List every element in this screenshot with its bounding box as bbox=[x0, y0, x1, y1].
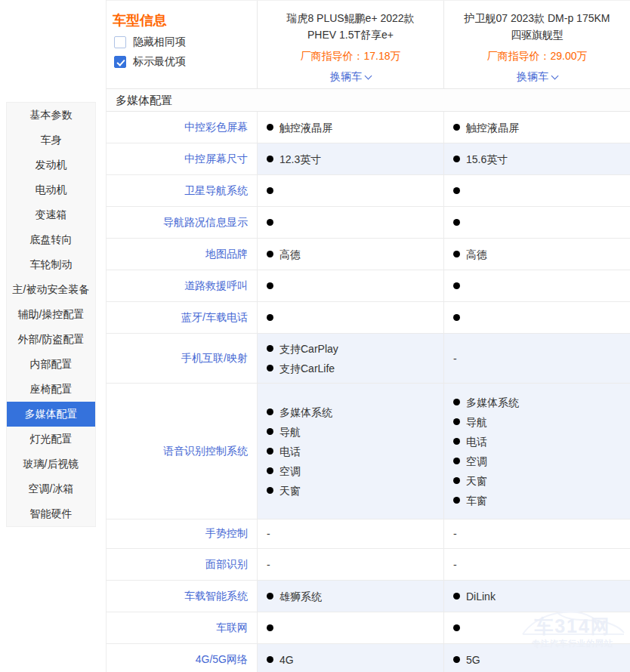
feature-text: 多媒体系统 bbox=[466, 393, 519, 412]
value-cell bbox=[443, 302, 630, 333]
sidebar-item[interactable]: 多媒体配置 bbox=[7, 402, 95, 427]
sidebar-item[interactable]: 基本参数 bbox=[7, 103, 95, 128]
checkbox-label: 标示最优项 bbox=[133, 55, 186, 69]
feature-item: 导航 bbox=[267, 422, 440, 442]
feature-item: 触控液晶屏 bbox=[453, 118, 627, 137]
feature-dot-icon bbox=[267, 448, 273, 455]
sidebar-item[interactable]: 外部/防盗配置 bbox=[7, 327, 95, 352]
feature-dot-icon bbox=[267, 624, 273, 631]
feature-item bbox=[453, 624, 627, 631]
feature-dot-icon bbox=[453, 251, 460, 257]
sidebar-item[interactable]: 辅助/操控配置 bbox=[7, 302, 95, 327]
row-label-link[interactable]: 车联网 bbox=[216, 621, 248, 635]
value-cell: 多媒体系统导航电话空调天窗 bbox=[257, 384, 443, 519]
sidebar-item[interactable]: 灯光配置 bbox=[7, 427, 95, 452]
feature-dot-icon bbox=[453, 656, 460, 663]
feature-dot-icon bbox=[267, 408, 273, 415]
row-label-cell: 蓝牙/车载电话 bbox=[107, 302, 257, 333]
feature-dot-icon bbox=[267, 187, 273, 194]
feature-item: 电话 bbox=[453, 432, 627, 452]
table-row: 道路救援呼叫 bbox=[107, 270, 630, 302]
sidebar-item[interactable]: 智能硬件 bbox=[7, 501, 95, 526]
feature-text: 支持CarLife bbox=[279, 359, 335, 378]
section-header: 多媒体配置 bbox=[107, 89, 630, 112]
value-cell: - bbox=[257, 519, 443, 548]
feature-item: 雄狮系统 bbox=[267, 587, 440, 606]
mark-best-checkbox[interactable]: 标示最优项 bbox=[114, 55, 257, 69]
feature-text: 车窗 bbox=[466, 491, 487, 510]
row-label-link[interactable]: 卫星导航系统 bbox=[184, 184, 248, 198]
feature-dot-icon bbox=[267, 467, 273, 474]
row-label-link[interactable]: 中控彩色屏幕 bbox=[184, 121, 248, 134]
feature-dot-icon bbox=[453, 624, 460, 631]
value-cell: 雄狮系统 bbox=[257, 581, 443, 612]
feature-dot-icon bbox=[267, 156, 273, 162]
feature-dot-icon bbox=[267, 251, 273, 257]
feature-item: 空调 bbox=[267, 461, 440, 481]
row-label-link[interactable]: 导航路况信息显示 bbox=[163, 216, 248, 230]
feature-item bbox=[453, 187, 627, 194]
feature-dot-icon bbox=[453, 438, 460, 445]
feature-dot-icon bbox=[453, 593, 460, 600]
sidebar-item[interactable]: 玻璃/后视镜 bbox=[7, 452, 95, 476]
sidebar-item[interactable]: 座椅配置 bbox=[7, 377, 95, 402]
table-row: 蓝牙/车载电话 bbox=[107, 302, 630, 334]
sidebar-item[interactable]: 主/被动安全装备 bbox=[7, 277, 95, 302]
sidebar-item[interactable]: 电动机 bbox=[7, 177, 95, 202]
sidebar-item[interactable]: 车身 bbox=[7, 128, 95, 153]
row-label-link[interactable]: 道路救援呼叫 bbox=[184, 279, 248, 293]
row-label-link[interactable]: 面部识别 bbox=[205, 558, 248, 572]
value-cell bbox=[257, 175, 443, 206]
feature-item: 4G bbox=[267, 650, 440, 670]
row-label-link[interactable]: 语音识别控制系统 bbox=[163, 445, 248, 458]
page-title: 车型信息 bbox=[113, 11, 257, 29]
change-car-link[interactable]: 换辆车 bbox=[330, 70, 371, 84]
hide-same-checkbox[interactable]: 隐藏相同项 bbox=[114, 35, 257, 49]
feature-dot-icon bbox=[453, 418, 460, 425]
feature-item bbox=[267, 624, 440, 631]
sidebar-item[interactable]: 变速箱 bbox=[7, 202, 95, 227]
change-car-label: 换辆车 bbox=[330, 70, 362, 82]
change-car-link[interactable]: 换辆车 bbox=[517, 70, 557, 84]
checkbox-checked-icon[interactable] bbox=[114, 56, 126, 68]
feature-item: 支持CarPlay bbox=[267, 339, 440, 359]
value-cell: - bbox=[443, 549, 630, 580]
feature-dot-icon bbox=[453, 477, 460, 484]
feature-dot-icon bbox=[453, 124, 460, 131]
feature-item: - bbox=[453, 349, 627, 368]
value-cell: - bbox=[443, 519, 630, 548]
feature-text: 空调 bbox=[279, 461, 301, 481]
table-row: 手机互联/映射支持CarPlay支持CarLife- bbox=[107, 334, 630, 384]
row-label-link[interactable]: 车载智能系统 bbox=[184, 590, 248, 603]
feature-dot-icon bbox=[267, 365, 273, 371]
car-price: 厂商指导价：17.18万 bbox=[258, 50, 443, 63]
feature-item bbox=[267, 219, 440, 226]
table-row: 手势控制-- bbox=[107, 519, 630, 549]
row-label-link[interactable]: 中控屏幕尺寸 bbox=[184, 153, 248, 166]
feature-dot-icon bbox=[453, 314, 460, 321]
sidebar-item[interactable]: 车轮制动 bbox=[7, 252, 95, 277]
row-label-link[interactable]: 手势控制 bbox=[205, 527, 248, 541]
value-cell: 5G bbox=[443, 644, 630, 672]
sidebar-item[interactable]: 底盘转向 bbox=[7, 227, 95, 252]
config-table: 中控彩色屏幕触控液晶屏触控液晶屏中控屏幕尺寸12.3英寸15.6英寸卫星导航系统… bbox=[107, 112, 630, 672]
row-label-link[interactable]: 4G/5G网络 bbox=[196, 653, 248, 667]
feature-text: 4G bbox=[279, 650, 294, 670]
value-cell bbox=[443, 207, 630, 238]
checkbox-label: 隐藏相同项 bbox=[133, 35, 186, 49]
row-label-link[interactable]: 蓝牙/车载电话 bbox=[181, 311, 248, 325]
feature-item: - bbox=[267, 555, 440, 575]
chevron-down-icon bbox=[365, 72, 372, 80]
checkbox-unchecked-icon[interactable] bbox=[114, 36, 126, 48]
sidebar-item[interactable]: 发动机 bbox=[7, 153, 95, 177]
sidebar-item[interactable]: 空调/冰箱 bbox=[7, 476, 95, 501]
feature-text: 高德 bbox=[279, 245, 301, 264]
feature-item bbox=[267, 187, 440, 194]
value-cell bbox=[257, 302, 443, 333]
row-label-cell: 车联网 bbox=[107, 612, 257, 643]
row-label-link[interactable]: 地图品牌 bbox=[205, 248, 248, 261]
feature-text: 雄狮系统 bbox=[279, 587, 322, 606]
sidebar-item[interactable]: 内部配置 bbox=[7, 352, 95, 377]
row-label-link[interactable]: 手机互联/映射 bbox=[181, 352, 248, 365]
feature-text: 天窗 bbox=[279, 481, 301, 501]
